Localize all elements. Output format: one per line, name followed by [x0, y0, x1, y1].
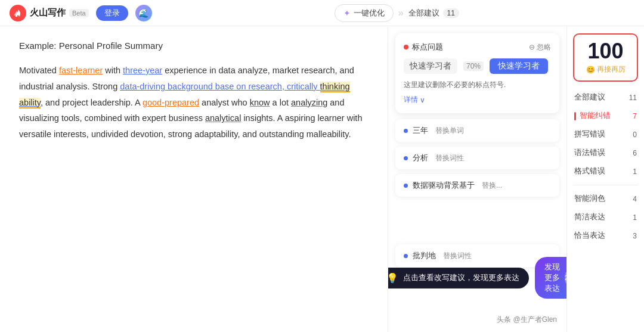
category-format-label: 格式错误	[574, 166, 605, 176]
category-spelling[interactable]: 拼写错误 0	[573, 127, 638, 142]
text-good-prepared[interactable]: good-prepared	[143, 98, 199, 107]
score-emoji: 😊	[586, 66, 595, 74]
category-format[interactable]: 格式错误 1	[573, 164, 638, 179]
category-spelling-count: 0	[633, 131, 637, 139]
card-tag-label: 标点问题	[412, 42, 443, 52]
logo-text: 火山写作	[30, 7, 66, 18]
category-all-count: 11	[629, 94, 637, 102]
text-three-year[interactable]: three-year	[123, 66, 162, 75]
doc-title: Example: Personal Profile Summary	[19, 41, 369, 51]
text-know[interactable]: know	[250, 98, 270, 107]
category-grammar-count: 6	[633, 149, 637, 157]
category-polish-label: 智能润色	[574, 194, 605, 204]
category-appropriate-label: 恰当表达	[574, 231, 605, 241]
category-grammar[interactable]: 语法错误 6	[573, 145, 638, 160]
optimize-button[interactable]: ✦ 一键优化	[335, 4, 394, 22]
editor-panel: Example: Personal Profile Summary Motiva…	[0, 26, 388, 332]
card-detail-button[interactable]: 详情 ∨	[404, 95, 551, 105]
category-concise-label: 简洁表达	[574, 212, 605, 222]
suggestion-card-punctuation: 标点问题 ⊖ 忽略 快速学习者 70% 快速学习者 这里建议删除不必要的标点符号…	[395, 33, 559, 113]
mini-label-1: 三年	[413, 125, 428, 136]
card-header: 标点问题 ⊖ 忽略	[404, 42, 551, 52]
ignore-button[interactable]: ⊖ 忽略	[529, 42, 551, 52]
logo-area: 火山写作 Beta	[10, 5, 89, 21]
tooltip-bar: 💡 点击查看改写建议，发现更多表达 发现更多表达 2	[388, 257, 566, 299]
suggestions-count: 11	[443, 8, 459, 18]
suggestions-panel: 标点问题 ⊖ 忽略 快速学习者 70% 快速学习者 这里建议删除不必要的标点符号…	[388, 26, 566, 332]
logo-icon	[10, 5, 26, 21]
mini-suggestion-2[interactable]: 分析 替换词性	[395, 147, 559, 169]
sparkle-icon: ✦	[343, 8, 351, 18]
bulb-icon: 💡	[388, 272, 398, 284]
category-divider	[573, 185, 638, 185]
category-smart-correct-count: 7	[633, 112, 637, 120]
right-panel: 100 😊 再接再厉 全部建议 11 智能纠错 7 拼写错误 0 语法错误 6 …	[566, 26, 644, 332]
text-motivated: Motivated	[19, 66, 59, 75]
word-comparison: 快速学习者 70% 快速学习者	[404, 58, 551, 74]
ignore-icon: ⊖	[529, 43, 535, 51]
word-score: 70%	[463, 61, 484, 71]
card-tag: 标点问题	[404, 42, 443, 52]
category-spelling-label: 拼写错误	[574, 129, 605, 139]
mini-dot-icon	[404, 129, 408, 133]
mini-action-3: 替换...	[482, 181, 502, 191]
category-smart-correct-label: 智能纠错	[574, 111, 611, 121]
main-content: Example: Personal Profile Summary Motiva…	[0, 26, 644, 332]
header-center: ✦ 一键优化 » 全部建议 11	[159, 4, 634, 22]
category-all[interactable]: 全部建议 11	[573, 90, 638, 105]
mini-action-1: 替换单词	[435, 126, 464, 136]
category-all-label: 全部建议	[574, 92, 605, 103]
category-appropriate-count: 3	[633, 232, 637, 240]
category-polish[interactable]: 智能润色 4	[573, 191, 638, 206]
category-concise-count: 1	[633, 213, 637, 222]
mini-suggestion-3[interactable]: 数据驱动背景基于 替换...	[395, 174, 559, 197]
optimize-label: 一键优化	[354, 8, 385, 18]
mini-label-3: 数据驱动背景基于	[413, 180, 475, 191]
category-appropriate[interactable]: 恰当表达 3	[573, 228, 638, 243]
mini-dot-icon-2	[404, 156, 408, 160]
score-number: 100	[580, 41, 631, 62]
mini-dot-icon-3	[404, 184, 408, 188]
mini-label-2: 分析	[413, 153, 428, 163]
category-polish-count: 4	[633, 195, 637, 203]
avatar-button[interactable]: 🌊	[135, 5, 152, 21]
dot-red-icon	[404, 45, 408, 49]
text-fast-learner[interactable]: fast-learner	[59, 66, 103, 75]
category-smart-correct[interactable]: 智能纠错 7	[573, 108, 638, 123]
card-description: 这里建议删除不必要的标点符号.	[404, 80, 551, 90]
score-card: 100 😊 再接再厉	[573, 33, 638, 82]
watermark: 头条 @生产者Glen	[493, 314, 561, 326]
tooltip-content: 💡 点击查看改写建议，发现更多表达	[388, 268, 529, 288]
text-analyzing[interactable]: analyzing	[291, 98, 327, 107]
doc-content: Motivated fast-learner with three-year e…	[19, 63, 369, 142]
discover-count-badge: 2	[565, 272, 566, 284]
beta-badge: Beta	[69, 9, 89, 17]
app-header: 火山写作 Beta 登录 🌊 ✦ 一键优化 » 全部建议 11	[0, 0, 644, 26]
suggested-word-button[interactable]: 快速学习者	[490, 58, 548, 74]
category-grammar-label: 语法错误	[574, 148, 605, 158]
discover-label: 发现更多表达	[544, 262, 560, 294]
header-divider: »	[398, 8, 404, 18]
category-format-count: 1	[633, 167, 637, 176]
original-word: 快速学习者	[404, 58, 457, 74]
suggestions-header-label: 全部建议 11	[408, 8, 459, 18]
text-with: with	[103, 66, 123, 75]
discover-button[interactable]: 发现更多表达 2	[535, 257, 567, 299]
score-sublabel: 😊 再接再厉	[580, 64, 631, 75]
login-button[interactable]: 登录	[96, 5, 128, 21]
mini-suggestion-1[interactable]: 三年 替换单词	[395, 119, 559, 142]
avatar-icon: 🌊	[138, 8, 148, 18]
category-concise[interactable]: 简洁表达 1	[573, 210, 638, 225]
text-analytical[interactable]: analytical	[205, 113, 241, 123]
tooltip-text: 点击查看改写建议，发现更多表达	[403, 272, 519, 283]
mini-action-2: 替换词性	[435, 153, 464, 163]
